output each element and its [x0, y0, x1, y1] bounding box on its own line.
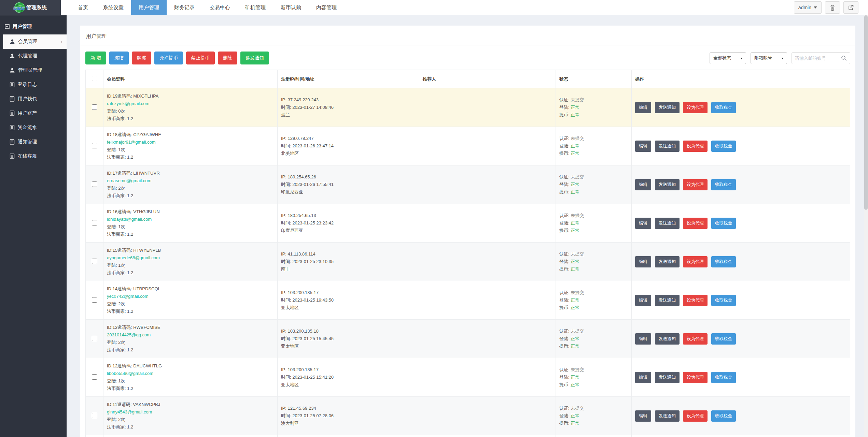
nav-item-user-management[interactable]: 用户管理 [131, 0, 167, 15]
edit-button[interactable]: 编辑 [635, 102, 651, 113]
sidebar-item-fund-flow[interactable]: 资金流水 [0, 120, 67, 135]
send-notice-button[interactable]: 发送通知 [655, 410, 680, 422]
nav-item-system-settings[interactable]: 系统设置 [96, 0, 131, 15]
page-scrollbar[interactable] [864, 0, 868, 437]
allow-withdraw-button[interactable]: 允许提币 [154, 52, 183, 64]
status-auth-value: 未提交 [571, 329, 584, 334]
send-notice-button[interactable]: 发送通知 [655, 295, 680, 306]
member-email-link[interactable]: ernasemu@gmail.com [107, 177, 274, 185]
set-agent-button[interactable]: 设为代理 [683, 295, 708, 306]
row-checkbox[interactable] [92, 336, 97, 341]
row-checkbox[interactable] [92, 220, 97, 225]
set-agent-button[interactable]: 设为代理 [683, 141, 708, 152]
member-email-link[interactable]: rafszymk@gmail.com [107, 100, 274, 107]
sidebar-item-admin-management[interactable]: 管理员管理 [0, 63, 67, 77]
member-email-link[interactable]: libobo5566@gmail.com [107, 370, 274, 377]
send-notice-button[interactable]: 发送通知 [655, 102, 680, 113]
nav-item-miner-management[interactable]: 矿机管理 [238, 0, 273, 15]
broadcast-notice-button[interactable]: 群发通知 [240, 52, 269, 64]
sidebar-item-user-wallet[interactable]: 用户钱包 [0, 92, 67, 106]
row-checkbox[interactable] [92, 143, 97, 148]
set-agent-button[interactable]: 设为代理 [683, 218, 708, 229]
unfreeze-button[interactable]: 解冻 [132, 52, 151, 64]
send-notice-button[interactable]: 发送通知 [655, 256, 680, 267]
sidebar-item-member-management[interactable]: 会员管理 › [3, 34, 67, 49]
edit-button[interactable]: 编辑 [635, 295, 651, 306]
status-login-value: 正常 [571, 220, 579, 225]
collect-tax-button[interactable]: 收取税金 [711, 372, 736, 383]
collect-tax-button[interactable]: 收取税金 [711, 218, 736, 229]
send-notice-button[interactable]: 发送通知 [655, 218, 680, 229]
set-agent-button[interactable]: 设为代理 [683, 372, 708, 383]
scrollbar-thumb[interactable] [864, 15, 868, 210]
nav-item-content-management[interactable]: 内容管理 [309, 0, 344, 15]
set-agent-button[interactable]: 设为代理 [683, 102, 708, 113]
search-icon[interactable] [841, 55, 847, 61]
member-fiat-merchant: 法币商家: 1.2 [107, 115, 274, 122]
field-filter-select[interactable]: 邮箱账号 ▾ [751, 52, 787, 64]
register-time: 时间: 2023-01-25 15:45:45 [281, 335, 416, 343]
table-header-row: 会员资料 注册IP/时间/地址 推荐人 状态 操作 [86, 70, 850, 88]
nav-item-trade-center[interactable]: 交易中心 [202, 0, 238, 15]
set-agent-button[interactable]: 设为代理 [683, 256, 708, 267]
sidebar-section-header[interactable]: 用户管理 [0, 20, 67, 34]
send-notice-button[interactable]: 发送通知 [655, 141, 680, 152]
collect-tax-button[interactable]: 收取税金 [711, 256, 736, 267]
set-agent-button[interactable]: 设为代理 [683, 410, 708, 422]
edit-button[interactable]: 编辑 [635, 218, 651, 229]
add-button[interactable]: 新 增 [85, 52, 106, 64]
select-all-checkbox[interactable] [92, 76, 97, 81]
member-email-link[interactable]: 2031014425@qq.com [107, 331, 274, 339]
row-checkbox[interactable] [92, 259, 97, 264]
row-checkbox[interactable] [92, 297, 97, 303]
collect-tax-button[interactable]: 收取税金 [711, 333, 736, 345]
sidebar-item-user-assets[interactable]: 用户财产 [0, 106, 67, 120]
send-notice-button[interactable]: 发送通知 [655, 372, 680, 383]
row-checkbox[interactable] [92, 374, 97, 380]
field-filter-value: 邮箱账号 [754, 55, 772, 61]
edit-button[interactable]: 编辑 [635, 333, 651, 345]
sidebar-item-online-service[interactable]: 在线客服 [0, 149, 67, 163]
collect-tax-button[interactable]: 收取税金 [711, 295, 736, 306]
member-email-link[interactable]: yec0742@gmail.com [107, 293, 274, 300]
row-checkbox[interactable] [92, 181, 97, 187]
search-input[interactable] [795, 56, 841, 61]
status-login-label: 登陆: [559, 297, 570, 303]
row-checkbox[interactable] [92, 104, 97, 110]
row-checkbox[interactable] [92, 413, 97, 418]
nav-item-finance-records[interactable]: 财务记录 [167, 0, 202, 15]
status-filter-select[interactable]: 全部状态 ▾ [710, 52, 746, 64]
user-icon [10, 53, 15, 59]
delete-button[interactable]: 删除 [218, 52, 237, 64]
forbid-withdraw-button[interactable]: 禁止提币 [186, 52, 215, 64]
edit-button[interactable]: 编辑 [635, 179, 651, 190]
freeze-button[interactable]: 冻结 [109, 52, 129, 64]
edit-button[interactable]: 编辑 [635, 372, 651, 383]
send-notice-button[interactable]: 发送通知 [655, 179, 680, 190]
status-login-label: 登陆: [559, 413, 570, 418]
sidebar-item-agent-management[interactable]: 代理管理 [0, 49, 67, 63]
set-agent-button[interactable]: 设为代理 [683, 179, 708, 190]
collect-tax-button[interactable]: 收取税金 [711, 179, 736, 190]
status-auth-label: 认证: [559, 251, 570, 257]
edit-button[interactable]: 编辑 [635, 410, 651, 422]
collect-tax-button[interactable]: 收取税金 [711, 102, 736, 113]
table-row: ID:14邀请码: UTBPDSCQI yec0742@gmail.com 登陆… [86, 281, 850, 320]
member-email-link[interactable]: felixmajor91@gmail.com [107, 139, 274, 146]
member-email-link[interactable]: ayagumede68@gmail.com [107, 254, 274, 262]
nav-item-new-coin[interactable]: 新币认购 [273, 0, 309, 15]
collect-tax-button[interactable]: 收取税金 [711, 410, 736, 422]
sidebar-item-login-log[interactable]: 登录日志 [0, 77, 67, 92]
logout-button[interactable] [843, 1, 858, 14]
trash-button[interactable] [825, 1, 840, 14]
admin-dropdown[interactable]: admin [794, 1, 822, 14]
member-email-link[interactable]: ldhidayats@gmail.com [107, 216, 274, 223]
member-email-link[interactable]: ginny4543@gmail.com [107, 408, 274, 416]
edit-button[interactable]: 编辑 [635, 141, 651, 152]
sidebar-item-notice-management[interactable]: 通知管理 [0, 135, 67, 149]
edit-button[interactable]: 编辑 [635, 256, 651, 267]
collect-tax-button[interactable]: 收取税金 [711, 141, 736, 152]
nav-item-home[interactable]: 首页 [70, 0, 96, 15]
send-notice-button[interactable]: 发送通知 [655, 333, 680, 345]
set-agent-button[interactable]: 设为代理 [683, 333, 708, 345]
